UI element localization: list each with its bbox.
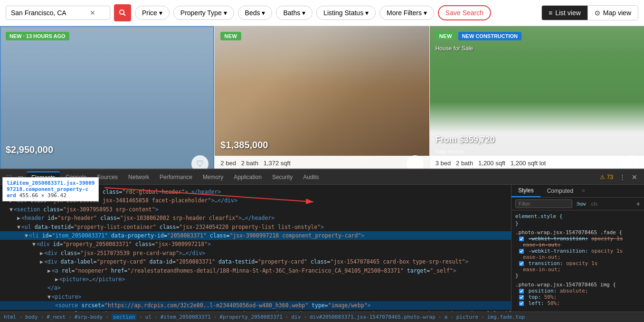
tab-application[interactable]: Application	[229, 172, 266, 182]
search-icon	[119, 9, 126, 17]
devtools-body: ▶<header id="header-navbar" class="rdc-g…	[0, 185, 644, 312]
dt-line-12[interactable]: </a>	[0, 284, 511, 292]
bc-item[interactable]: #item_2050083371	[161, 314, 211, 320]
bc-html[interactable]: html	[4, 314, 17, 320]
tab-memory[interactable]: Memory	[198, 172, 228, 182]
dt-line-6[interactable]: ▼<li id="item_2050083371" data-property-…	[0, 231, 511, 240]
bc-srp-body[interactable]: #srp-body	[75, 314, 103, 320]
list-view-button[interactable]: ≡ List view	[542, 6, 588, 20]
price-filter-button[interactable]: Price ▾	[135, 6, 170, 20]
listing-area: NEW · 13 HOURS AGO $2,950,000 ♡ NEW $1,3…	[0, 26, 644, 178]
bc-div1[interactable]: div	[291, 314, 301, 320]
styles-content: element.style { } .photo-wrap.jsx-154707…	[511, 210, 644, 312]
position-rule: position: absolute;	[515, 288, 640, 294]
bc-property[interactable]: #property_2050083371	[219, 314, 282, 320]
tab-performance[interactable]: Performance	[155, 172, 197, 182]
tab-security[interactable]: Security	[267, 172, 297, 182]
top-nav: ✕ Price ▾ Property Type ▾ Beds ▾ Baths ▾…	[0, 0, 644, 26]
dt-line-8[interactable]: ▶<div class="jsx-2517873539 pre-card-wra…	[0, 249, 511, 257]
bc-photo-wrap[interactable]: div#2050083371.jsx-1547078465.photo-wrap	[310, 314, 436, 320]
webkit-trans-1: -webkit-transition: opacity 1s	[515, 236, 640, 242]
element-style-close: }	[515, 220, 640, 227]
dt-line-14[interactable]: <source srcset="https://ap.rdcpix.com/32…	[0, 301, 511, 310]
house-type-3: House for Sale	[436, 45, 473, 52]
dt-line-9[interactable]: ▶<div data-label="property-card" data-id…	[0, 257, 511, 266]
transition-checkbox[interactable]	[519, 261, 524, 266]
property-card-3[interactable]: NEW NEW CONSTRUCTION House for Sale From…	[429, 26, 644, 178]
dt-line-13[interactable]: ▼<picture>	[0, 293, 511, 301]
top-checkbox[interactable]	[519, 295, 524, 300]
sqft-3: 1,200 sqft	[478, 160, 505, 167]
dt-line-10[interactable]: ▶<a rel="noopener" href="/realestateandh…	[0, 266, 511, 275]
elements-tree[interactable]: ▶<header id="header-navbar" class="rdc-g…	[0, 185, 511, 312]
sqft-2: 1,372 sqft	[264, 160, 291, 167]
top-rule: top: 50%;	[515, 294, 640, 300]
list-icon: ≡	[549, 9, 552, 17]
left-checkbox[interactable]	[519, 301, 524, 306]
bc-img[interactable]: img.fade.top	[487, 314, 525, 320]
specs-2: 2 bed 2 bath 1,372 sqft	[220, 160, 423, 167]
styles-tab-more[interactable]: »	[580, 185, 587, 197]
baths-3: 2 bath	[456, 160, 473, 167]
webkit-trans-2-checkbox[interactable]	[519, 249, 524, 254]
add-style-button[interactable]: +	[636, 200, 640, 208]
devtools-close-button[interactable]: ✕	[629, 173, 640, 181]
ease-in-out-3: ease-in-out;	[515, 266, 640, 273]
map-view-button[interactable]: ⊙ Map view	[588, 6, 638, 20]
devtools-more-button[interactable]: ⋮	[617, 172, 628, 182]
property-card-2[interactable]: NEW $1,385,000 ♡ 2 bed 2 bath 1,372 sqft…	[214, 26, 429, 178]
dt-line-5[interactable]: ▼<ul data-testid="property-list-containe…	[0, 223, 511, 231]
listing-status-filter-button[interactable]: Listing Status ▾	[316, 6, 376, 20]
hov-filter[interactable]: :hov	[574, 200, 588, 208]
lot-3: 1,200 sqft lot	[511, 160, 546, 167]
styles-panel: Styles Computed » :hov .cls + element.st…	[511, 185, 644, 312]
search-box: ✕	[6, 6, 110, 20]
position-checkbox[interactable]	[519, 289, 524, 294]
styles-tab-styles[interactable]: Styles	[511, 185, 540, 197]
card1-image	[0, 26, 214, 178]
bc-next[interactable]: #_next	[47, 314, 66, 320]
baths-filter-button[interactable]: Baths ▾	[276, 6, 313, 20]
from-price-3: From $359,720	[436, 135, 495, 145]
specs-3: 3 bed 2 bath 1,200 sqft 1,200 sqft lot	[436, 160, 638, 167]
more-filters-button[interactable]: More Filters ▾	[379, 6, 434, 20]
beds-filter-button[interactable]: Beds ▾	[238, 6, 273, 20]
inspector-tooltip: li#item_2050083371.jsx-3900997218.compon…	[2, 177, 99, 201]
bc-a[interactable]: a	[444, 314, 447, 320]
builder-3: Gaia Homes	[436, 149, 464, 154]
baths-2: 2 bath	[241, 160, 258, 167]
search-button[interactable]	[114, 4, 131, 21]
styles-tab-computed[interactable]: Computed	[540, 185, 580, 197]
main-area: NEW · 13 HOURS AGO $2,950,000 ♡ NEW $1,3…	[0, 26, 644, 322]
dt-line-4[interactable]: ▶<header id="srp-header" class="jsx-1038…	[0, 214, 511, 222]
styles-filter-input[interactable]	[515, 199, 572, 208]
bc-picture[interactable]: picture	[456, 314, 478, 320]
beds-3: 3 bed	[436, 160, 451, 167]
svg-point-0	[120, 10, 124, 14]
tab-network[interactable]: Network	[123, 172, 154, 182]
search-input[interactable]	[11, 9, 87, 17]
price-tag-2: $1,385,000	[220, 140, 268, 151]
save-search-button[interactable]: Save Search	[438, 5, 491, 20]
webkit-trans-1-checkbox[interactable]	[519, 237, 524, 241]
tab-audits[interactable]: Audits	[298, 172, 323, 182]
devtools-warning-count: ⚠ 73	[597, 174, 616, 180]
styles-tab-bar: Styles Computed »	[511, 185, 644, 198]
property-type-filter-button[interactable]: Property Type ▾	[173, 6, 234, 20]
view-toggle: ≡ List view ⊙ Map view	[541, 5, 638, 20]
clear-search-button[interactable]: ✕	[90, 9, 95, 17]
svg-line-1	[123, 14, 125, 16]
dt-line-3[interactable]: ▼<section class="jsx-3097958953 srp-cont…	[0, 205, 511, 214]
bc-ul[interactable]: ul	[145, 314, 152, 320]
transition-rule: transition: opacity 1s	[515, 260, 640, 266]
dt-line-11[interactable]: ▶<picture>…</picture>	[0, 275, 511, 284]
new-badge-3: NEW	[436, 32, 456, 40]
ease-in-out-1: ease-in-out;	[515, 242, 640, 248]
new-badge-1: NEW · 13 HOURS AGO	[6, 32, 69, 40]
photo-wrap-img-selector: .photo-wrap.jsx-1547078465 img {	[515, 282, 640, 288]
price-tag-1: $2,950,000	[6, 144, 53, 155]
bc-section[interactable]: section	[112, 314, 136, 320]
dt-line-7[interactable]: ▼<div id="property_2050083371" class="js…	[0, 240, 511, 248]
property-card-1[interactable]: NEW · 13 HOURS AGO $2,950,000 ♡	[0, 26, 214, 178]
bc-body[interactable]: body	[25, 314, 38, 320]
